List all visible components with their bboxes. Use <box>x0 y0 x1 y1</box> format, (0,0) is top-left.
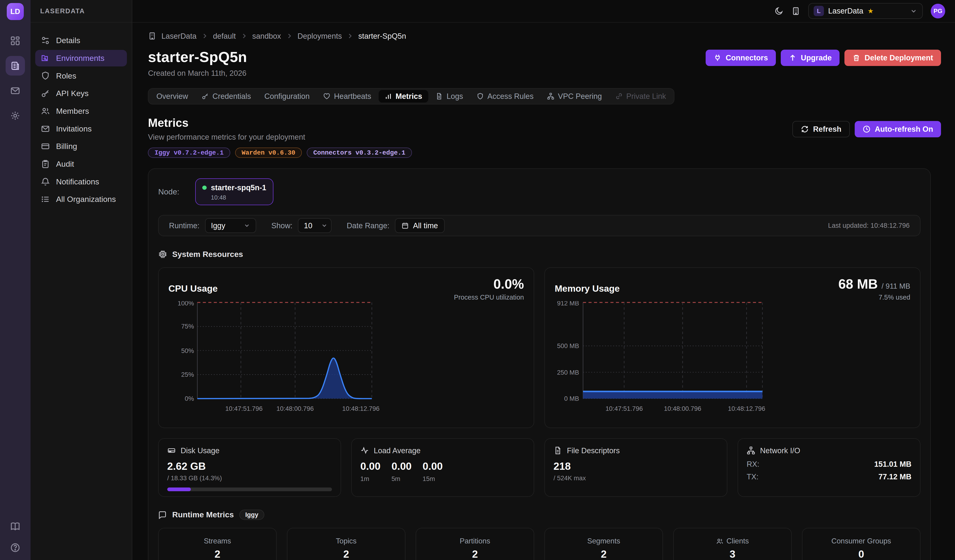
dashboard-grid-icon[interactable] <box>6 31 25 51</box>
clipboard-icon <box>41 159 50 168</box>
runtime-badge: Iggy <box>240 510 264 520</box>
metrics-heading: Metrics <box>148 116 412 129</box>
network-icon <box>547 92 554 100</box>
gear-icon[interactable] <box>6 106 25 125</box>
runtime-metrics-title: Runtime Metrics <box>172 510 234 519</box>
file-icon <box>554 446 562 455</box>
streams-label: Streams <box>204 537 231 545</box>
cpu-chart-title: CPU Usage <box>168 284 218 294</box>
segments-card: Segments 2 <box>545 528 663 560</box>
sidebar-item-details[interactable]: Details <box>35 32 127 48</box>
tab-bar: Overview Credentials Configuration Heart… <box>148 88 675 105</box>
sidebar-item-label: Invitations <box>56 124 92 133</box>
node-selector-card[interactable]: starter-spq5n-1 10:48 <box>195 178 273 205</box>
chevron-right-icon <box>201 33 208 39</box>
delete-deployment-button[interactable]: Delete Deployment <box>844 50 941 66</box>
activity-icon <box>360 446 369 455</box>
date-range-button[interactable]: All time <box>395 218 445 233</box>
load-1m-label: 1m <box>360 475 380 483</box>
folder-key-icon <box>41 54 50 63</box>
refresh-button[interactable]: Refresh <box>792 121 850 137</box>
sidebar-item-invitations[interactable]: Invitations <box>35 120 127 137</box>
org-building-icon[interactable] <box>791 6 800 16</box>
star-icon: ★ <box>867 7 874 15</box>
cpu-value-subtitle: Process CPU utilization <box>454 293 524 301</box>
file-descriptors-value: 218 <box>554 460 719 472</box>
controls-bar: Runtime: Iggy Show: 10 Date Range: <box>158 215 921 236</box>
tab-label: Access Rules <box>487 92 534 101</box>
brand-logo[interactable]: LD <box>7 3 24 20</box>
svg-text:10:48:12.796: 10:48:12.796 <box>728 405 765 412</box>
cpu-usage-card: CPU Usage 0.0% Process CPU utilization <box>158 267 534 428</box>
tab-heartbeats[interactable]: Heartbeats <box>317 90 377 103</box>
plug-icon <box>714 54 722 62</box>
load-5m-value: 0.00 <box>391 460 412 472</box>
svg-text:0 MB: 0 MB <box>564 395 579 402</box>
memory-chart: 912 MB 500 MB 250 MB 0 MB 10:47:51.796 1… <box>555 301 769 418</box>
tab-logs[interactable]: Logs <box>429 90 469 103</box>
breadcrumb-item[interactable]: LaserData <box>161 32 197 41</box>
tab-configuration[interactable]: Configuration <box>258 90 316 103</box>
org-selector[interactable]: L LaserData ★ <box>808 3 923 19</box>
breadcrumb-item[interactable]: sandbox <box>252 32 281 41</box>
tab-credentials[interactable]: Credentials <box>196 90 257 103</box>
topbar: L LaserData ★ PG <box>132 0 955 23</box>
node-status-dot <box>202 186 207 190</box>
theme-moon-icon[interactable] <box>774 6 783 16</box>
sidebar-item-billing[interactable]: Billing <box>35 138 127 154</box>
cpu-value: 0.0% <box>454 276 524 292</box>
upgrade-button-label: Upgrade <box>801 53 831 62</box>
auto-refresh-button-label: Auto-refresh On <box>875 125 933 134</box>
connectors-button[interactable]: Connectors <box>706 50 776 66</box>
help-icon[interactable] <box>10 543 20 555</box>
mail-rail-icon[interactable] <box>6 81 25 100</box>
tx-value: 77.12 MB <box>878 472 911 481</box>
tab-vpc-peering[interactable]: VPC Peering <box>541 90 608 103</box>
breadcrumb-item[interactable]: Deployments <box>297 32 342 41</box>
runtime-select[interactable]: Iggy <box>205 218 256 233</box>
svg-text:10:48:12.796: 10:48:12.796 <box>342 405 379 412</box>
tab-label: Metrics <box>396 92 422 101</box>
chevron-right-icon <box>286 33 293 39</box>
show-select[interactable]: 10 <box>298 218 332 233</box>
date-range-label: Date Range: <box>347 221 389 230</box>
topics-card: Topics 2 <box>287 528 405 560</box>
connectors-button-label: Connectors <box>726 53 768 62</box>
users-icon <box>41 106 50 115</box>
consumer-groups-label: Consumer Groups <box>831 537 891 545</box>
upgrade-button[interactable]: Upgrade <box>781 50 839 66</box>
environments-rail-icon[interactable] <box>6 56 25 75</box>
file-descriptors-sub: / 524K max <box>554 474 719 482</box>
load-15m-label: 15m <box>423 475 443 483</box>
node-time: 10:48 <box>211 194 266 201</box>
load-average-label: Load Average <box>374 446 421 455</box>
sidebar-item-label: Audit <box>56 159 74 168</box>
main-area: L LaserData ★ PG LaserData default sandb… <box>132 0 955 560</box>
sidebar-item-all-organizations[interactable]: All Organizations <box>35 191 127 207</box>
svg-text:912 MB: 912 MB <box>557 301 579 307</box>
chevron-down-icon <box>321 222 328 229</box>
tab-label: Overview <box>156 92 188 101</box>
sidebar-item-api-keys[interactable]: API Keys <box>35 85 127 101</box>
page-title: starter-SpQ5n <box>148 48 247 65</box>
sidebar-item-environments[interactable]: Environments <box>35 50 127 66</box>
sidebar-item-notifications[interactable]: Notifications <box>35 173 127 190</box>
user-avatar[interactable]: PG <box>931 4 946 19</box>
sidebar-item-members[interactable]: Members <box>35 103 127 119</box>
sidebar-item-audit[interactable]: Audit <box>35 156 127 172</box>
network-icon <box>747 446 755 455</box>
arrow-up-icon <box>789 54 797 62</box>
tab-access-rules[interactable]: Access Rules <box>471 90 540 103</box>
tab-overview[interactable]: Overview <box>150 90 194 103</box>
auto-refresh-button[interactable]: Auto-refresh On <box>855 121 941 137</box>
breadcrumb-item[interactable]: default <box>213 32 236 41</box>
list-icon <box>41 195 50 204</box>
metrics-panel: Node: starter-spq5n-1 10:48 Runtime: Igg… <box>148 168 930 560</box>
docs-book-icon[interactable] <box>10 521 20 534</box>
memory-total: / 911 MB <box>881 282 910 290</box>
sidebar-item-roles[interactable]: Roles <box>35 68 127 84</box>
memory-value: 68 MB <box>838 276 878 292</box>
chevron-down-icon <box>244 222 250 229</box>
segments-label: Segments <box>587 537 620 545</box>
tab-metrics[interactable]: Metrics <box>379 90 428 103</box>
